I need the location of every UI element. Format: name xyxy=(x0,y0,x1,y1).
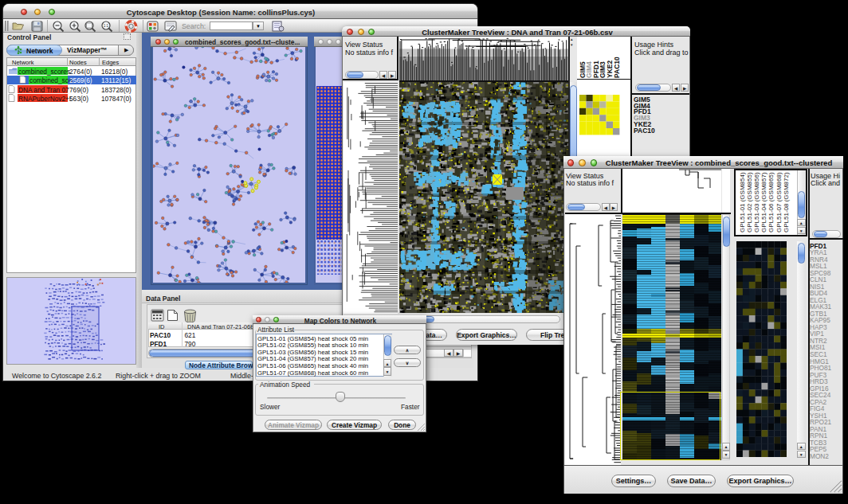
svg-text:1:1: 1:1 xyxy=(104,24,109,28)
